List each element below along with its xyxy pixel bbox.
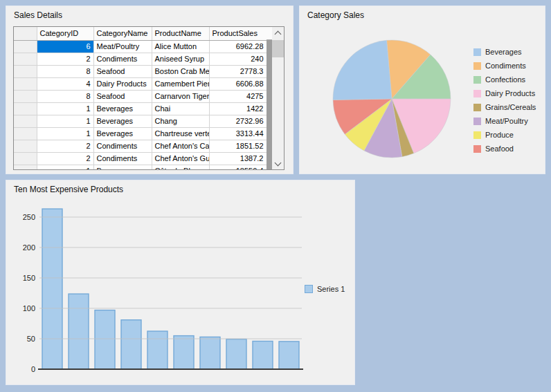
table-cell[interactable]: 2732.96: [209, 115, 267, 127]
table-cell[interactable]: Aniseed Syrup: [152, 53, 209, 65]
table-row: 6Meat/PoultryAlice Mutton6962.28: [14, 40, 267, 53]
table-cell[interactable]: 1: [37, 165, 93, 170]
bar-1: [42, 209, 62, 369]
table-cell[interactable]: 240: [209, 53, 267, 65]
table-row: 2CondimentsChef Anton's Gumb1387.2: [14, 152, 267, 165]
column-header-categoryname[interactable]: CategoryName: [93, 27, 152, 40]
grid-vertical-scrollbar[interactable]: [272, 27, 284, 169]
table-row: 2CondimentsAniseed Syrup240: [14, 53, 267, 65]
table-cell[interactable]: Condiments: [93, 53, 152, 65]
column-header-productsales[interactable]: ProductSales: [209, 27, 267, 40]
row-header[interactable]: [14, 40, 37, 53]
table-row: 8SeafoodCarnarvon Tigers4275: [14, 90, 267, 102]
table-cell[interactable]: Seafood: [93, 90, 152, 102]
y-axis-tick-label: 150: [23, 274, 35, 282]
table-cell[interactable]: 1387.2: [209, 152, 267, 165]
scroll-down-button[interactable]: [272, 158, 284, 169]
table-row: 8SeafoodBoston Crab Meat2778.3: [14, 65, 267, 77]
row-header[interactable]: [14, 152, 37, 165]
legend-label: Beverages: [485, 48, 522, 56]
y-axis-tick-label: 0: [31, 365, 35, 373]
scrollbar-track[interactable]: [272, 39, 284, 158]
table-row: 4Dairy ProductsCamembert Pierrot6606.88: [14, 77, 267, 90]
column-header-productname[interactable]: ProductName: [152, 27, 209, 40]
table-cell[interactable]: Boston Crab Meat: [152, 65, 209, 77]
table-cell[interactable]: Camembert Pierrot: [152, 77, 209, 90]
table-cell[interactable]: Seafood: [93, 65, 152, 77]
column-header-categoryid[interactable]: CategoryID: [37, 27, 93, 40]
legend-label: Condiments: [485, 62, 526, 70]
bar-legend: Series 1: [305, 285, 345, 293]
legend-item-meat-poultry: Meat/Poultry: [473, 116, 536, 126]
table-cell[interactable]: 1851.52: [209, 140, 267, 152]
table-cell[interactable]: Carnarvon Tigers: [152, 90, 209, 102]
table-cell[interactable]: Condiments: [93, 140, 152, 152]
table-cell[interactable]: 3313.44: [209, 127, 267, 140]
pie-slice-beverages: [333, 40, 392, 100]
legend-label: Dairy Products: [485, 89, 535, 97]
table-row: 1BeveragesChai1422: [14, 102, 267, 115]
beverages-swatch: [473, 48, 481, 56]
table-cell[interactable]: 1: [37, 115, 93, 127]
table-cell[interactable]: 6962.28: [209, 40, 267, 53]
table-cell[interactable]: Beverages: [93, 115, 152, 127]
row-header[interactable]: [14, 53, 37, 65]
table-cell[interactable]: Beverages: [93, 165, 152, 170]
table-row: 1BeveragesCôte de Blaye18550.4: [14, 165, 267, 170]
row-header[interactable]: [14, 102, 37, 115]
table-cell[interactable]: Côte de Blaye: [152, 165, 209, 170]
legend-label: Confections: [485, 75, 525, 84]
table-cell[interactable]: 8: [37, 90, 93, 102]
table-cell[interactable]: Condiments: [93, 152, 152, 165]
table-cell[interactable]: 1: [37, 102, 93, 115]
table-cell[interactable]: 4275: [209, 90, 267, 102]
row-header[interactable]: [14, 77, 37, 90]
row-header[interactable]: [14, 140, 37, 152]
seafood-swatch: [473, 145, 481, 153]
table-cell[interactable]: 2778.3: [209, 65, 267, 77]
chevron-down-icon: [275, 160, 282, 167]
scrollbar-thumb[interactable]: [272, 40, 284, 57]
table-cell[interactable]: 8: [37, 65, 93, 77]
table-cell[interactable]: Chef Anton's Gumb: [152, 152, 209, 165]
bar-3: [95, 310, 115, 369]
table-cell[interactable]: Meat/Poultry: [93, 40, 152, 53]
ten-most-expensive-products-panel: Ten Most Expensive Products 050100150200…: [6, 180, 355, 385]
table-cell[interactable]: 2: [37, 53, 93, 65]
table-cell[interactable]: 6606.88: [209, 77, 267, 90]
table-cell[interactable]: 4: [37, 77, 93, 90]
table-cell[interactable]: 1: [37, 127, 93, 140]
table-cell[interactable]: Dairy Products: [93, 77, 152, 90]
table-cell[interactable]: Beverages: [93, 102, 152, 115]
pie-legend: BeveragesCondimentsConfectionsDairy Prod…: [473, 47, 536, 158]
meat-poultry-swatch: [473, 118, 481, 125]
table-cell[interactable]: 18550.4: [209, 165, 267, 170]
table-cell[interactable]: 1422: [209, 102, 267, 115]
row-header[interactable]: [14, 127, 37, 140]
sales-details-panel: Sales Details CategoryIDCategoryNameProd…: [6, 6, 293, 174]
legend-item-dairy-products: Dairy Products: [473, 88, 536, 98]
table-cell[interactable]: Chartreuse verte: [152, 127, 209, 140]
selected-cell[interactable]: 6: [37, 40, 93, 53]
legend-item-grains-cereals: Grains/Cereals: [473, 102, 536, 112]
table-cell[interactable]: Alice Mutton: [152, 40, 209, 53]
table-cell[interactable]: Chai: [152, 102, 209, 115]
table-cell[interactable]: 2: [37, 140, 93, 152]
row-header[interactable]: [14, 165, 37, 170]
grid-corner-cell[interactable]: [14, 27, 37, 40]
table-row: 2CondimentsChef Anton's Cajun1851.52: [14, 140, 267, 152]
legend-label: Meat/Poultry: [485, 117, 528, 125]
row-header[interactable]: [14, 90, 37, 102]
table-cell[interactable]: Chef Anton's Cajun: [152, 140, 209, 152]
bar-2: [69, 294, 89, 369]
table-cell[interactable]: Chang: [152, 115, 209, 127]
table-cell[interactable]: Beverages: [93, 127, 152, 140]
sales-details-title: Sales Details: [14, 10, 62, 20]
row-header[interactable]: [14, 65, 37, 77]
legend-label: Produce: [485, 131, 514, 139]
grid-filler: [267, 27, 272, 169]
scroll-up-button[interactable]: [272, 27, 284, 39]
row-header[interactable]: [14, 115, 37, 127]
table-cell[interactable]: 2: [37, 152, 93, 165]
bar-5: [147, 331, 168, 369]
